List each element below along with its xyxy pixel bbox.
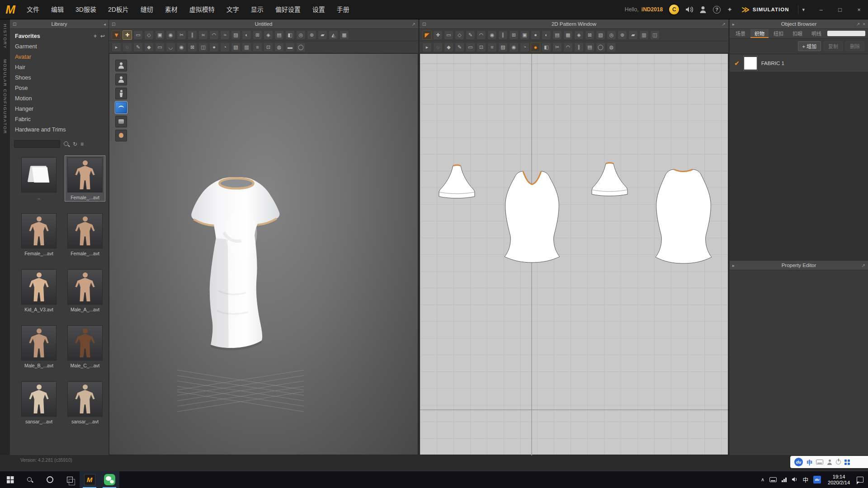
sound-icon[interactable] xyxy=(685,6,693,13)
popout-icon[interactable]: ↗ xyxy=(862,261,865,270)
taskbar-app-marvelous[interactable]: M xyxy=(80,471,99,488)
simulate-drop-icon[interactable]: ▼ xyxy=(112,30,121,40)
taskbar-clock[interactable]: 19:14 2020/2/14 xyxy=(826,474,852,486)
thumbnail-male-b-avt[interactable]: Male_B_...avt xyxy=(19,324,59,369)
checker-icon[interactable]: ⊠ xyxy=(188,42,197,52)
add-fabric-button[interactable]: + 增加 xyxy=(798,41,821,51)
library-search-input[interactable] xyxy=(14,140,60,148)
pattern-bodice-back[interactable] xyxy=(656,169,712,263)
texture-icon[interactable]: ▨ xyxy=(498,42,508,52)
object-filter-input[interactable] xyxy=(827,31,865,36)
menu-item[interactable]: 偏好设置 xyxy=(269,0,307,19)
library-category-item[interactable]: Hanger xyxy=(10,104,108,114)
dash-circle-icon[interactable]: ◌ xyxy=(433,42,443,52)
thumbnail-female-avt[interactable]: Female_...avt xyxy=(65,156,105,201)
render-style-icon[interactable] xyxy=(115,102,127,113)
curve-edit-icon[interactable]: ◠ xyxy=(476,30,486,40)
delete-fabric-button[interactable]: 删除 xyxy=(845,41,864,51)
transform-pattern-icon[interactable]: ◤ xyxy=(422,30,432,40)
diamond-tool-icon[interactable]: ◆ xyxy=(444,42,453,52)
show-avatar-alt-icon[interactable] xyxy=(115,74,127,85)
box-select-tool-icon[interactable]: ▭ xyxy=(133,30,143,40)
add-circle-icon[interactable]: ⊕ xyxy=(618,30,627,40)
thumbnail-kid-avt[interactable]: Kid_A_V3.avt xyxy=(19,268,59,313)
object-browser-tab[interactable]: 织物 xyxy=(750,29,769,38)
list-view-icon[interactable]: ≡ xyxy=(80,141,84,147)
library-category-item[interactable]: Motion xyxy=(10,94,108,104)
rows-icon[interactable]: ▥ xyxy=(639,30,649,40)
pattern-sleeve-left[interactable] xyxy=(439,165,475,198)
collapse-icon[interactable]: ▸ xyxy=(732,261,735,270)
simulation-toggle[interactable]: ≫ SIMULATION xyxy=(739,6,792,14)
pen2-tool-icon[interactable]: ✎ xyxy=(455,42,464,52)
mesh-grid-icon[interactable]: ▦ xyxy=(563,30,573,40)
bar-icon[interactable]: ▰ xyxy=(628,30,638,40)
edit-pattern-icon[interactable]: ✚ xyxy=(433,30,443,40)
edit-curve-icon[interactable]: ◇ xyxy=(455,30,464,40)
fabric-texture-tool-icon[interactable]: ▨ xyxy=(231,30,241,40)
help-icon[interactable]: ? xyxy=(713,6,721,14)
menu-item[interactable]: 缝纫 xyxy=(135,0,159,19)
prism-icon[interactable]: ◭ xyxy=(329,30,338,40)
ime-logo[interactable]: du xyxy=(794,458,803,466)
add-point-icon[interactable]: ✎ xyxy=(466,30,475,40)
touch-keyboard-icon[interactable] xyxy=(769,477,777,482)
popout-icon[interactable]: ↗ xyxy=(722,19,726,29)
library-category-item[interactable]: Hardware and Trims xyxy=(10,125,108,135)
tray-baidu-icon[interactable]: du xyxy=(813,476,821,483)
menu-item[interactable]: 素材 xyxy=(159,0,184,19)
rows-tool-icon[interactable]: ▥ xyxy=(242,42,251,52)
half-tone-icon[interactable]: ◧ xyxy=(285,30,295,40)
FABRIC 1[interactable]: ✔ FABRIC 1 xyxy=(730,54,868,72)
thumbnail-female-avt[interactable]: Female_...avt xyxy=(19,212,59,257)
pattern-bodice-front[interactable] xyxy=(505,171,560,263)
thumbnail-female-avt[interactable]: Female_...avt xyxy=(65,212,105,257)
dock-icon[interactable]: ⊡ xyxy=(112,19,115,29)
wind-tool-icon[interactable]: ≈ xyxy=(220,30,230,40)
menu-item[interactable]: 2D板片 xyxy=(102,0,135,19)
library-category-item[interactable]: Garment xyxy=(10,42,108,52)
dot-tool-icon[interactable]: ◉ xyxy=(177,42,186,52)
dock-icon[interactable]: ⊡ xyxy=(422,19,426,29)
pie-tool-icon[interactable]: ◔ xyxy=(220,42,230,52)
dart-icon[interactable]: ▣ xyxy=(520,30,529,40)
tray-ime-indicator[interactable]: 中 xyxy=(803,475,809,484)
thumbnail-male-a-avt[interactable]: Male_A_...avt xyxy=(65,268,105,313)
panes-icon[interactable]: ◫ xyxy=(650,30,660,40)
thumbnail-sansar-avt[interactable]: sansar_...avt xyxy=(19,380,59,425)
simulation-dropdown-caret[interactable]: ▾ xyxy=(798,5,808,14)
arrow-tool-icon[interactable]: ▸ xyxy=(422,42,432,52)
search-icon[interactable] xyxy=(63,141,70,147)
thumbnail-male-c-avt[interactable]: Male_C_...avt xyxy=(65,324,105,369)
grid-view-icon[interactable]: ⊞ xyxy=(253,30,262,40)
thumbnail-parent-folder[interactable]: .. xyxy=(19,156,59,201)
object-browser-tab[interactable]: 场景 xyxy=(731,29,750,38)
library-item-favorites[interactable]: Favorites + ↩ xyxy=(10,31,108,42)
show-body-icon[interactable] xyxy=(115,88,127,99)
tray-expand-icon[interactable]: ∧ xyxy=(761,477,764,483)
menu-item[interactable]: 文字 xyxy=(221,0,245,19)
menu-item[interactable]: 编辑 xyxy=(45,0,70,19)
ime-language-mode[interactable]: 中 xyxy=(807,458,812,466)
edit-point-icon[interactable]: ▭ xyxy=(444,30,453,40)
pin-tool-icon[interactable]: ◉ xyxy=(166,30,175,40)
back-icon[interactable]: ↩ xyxy=(100,31,105,42)
panel-tool-icon[interactable]: ▭ xyxy=(155,42,165,52)
parallel2-icon[interactable]: ∥ xyxy=(574,42,584,52)
curve-tool-icon[interactable]: ◡ xyxy=(166,42,175,52)
shade2-icon[interactable]: ◍ xyxy=(607,42,616,52)
history-tab[interactable]: HISTORY xyxy=(3,24,8,49)
bar-tool-icon[interactable]: ▬ xyxy=(285,42,295,52)
refresh-icon[interactable]: ↻ xyxy=(73,141,77,147)
circle-select-icon[interactable]: ◌ xyxy=(123,42,132,52)
point-icon[interactable]: ● xyxy=(531,30,540,40)
pattern-canvas[interactable] xyxy=(420,53,728,455)
select-pin-tool-icon[interactable]: ▣ xyxy=(155,30,165,40)
glow-dot-icon[interactable]: ● xyxy=(531,42,540,52)
dock-icon[interactable]: ⊡ xyxy=(13,19,16,29)
popout-icon[interactable]: ↗ xyxy=(412,19,415,29)
object-browser-tab[interactable]: 扣眼 xyxy=(788,29,807,38)
hatch-icon[interactable]: ▧ xyxy=(596,30,605,40)
ring-tool-icon[interactable]: ◯ xyxy=(296,42,306,52)
ime-user-icon[interactable] xyxy=(827,460,832,465)
